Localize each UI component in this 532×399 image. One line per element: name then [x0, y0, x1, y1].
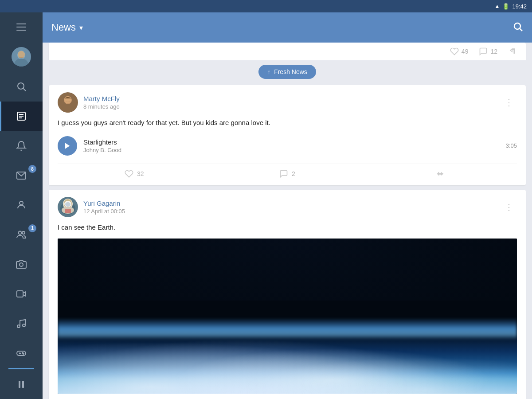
search-button[interactable] — [512, 21, 523, 34]
sidebar-item-camera[interactable] — [0, 250, 43, 279]
sidebar-item-news[interactable] — [0, 102, 43, 131]
earth-glow — [58, 318, 517, 340]
post1-actions: 32 2 — [58, 164, 517, 178]
post2-meta: Yuri Gagarin 12 April at 00:05 — [83, 200, 125, 215]
post1-more-button[interactable]: ⋮ — [501, 95, 517, 110]
partial-comment-count: 12 — [490, 48, 497, 55]
comment-icon-top — [479, 47, 488, 56]
svg-line-26 — [520, 29, 523, 31]
header-left: News ▾ — [51, 22, 83, 33]
dropdown-arrow[interactable]: ▾ — [79, 23, 83, 32]
svg-point-13 — [22, 231, 25, 234]
page-title: News — [51, 22, 76, 33]
post1-share-action[interactable] — [364, 169, 517, 178]
partial-likes[interactable]: 49 — [450, 47, 469, 56]
svg-rect-15 — [17, 291, 23, 297]
pause-icon — [16, 379, 27, 390]
post2-image — [58, 239, 517, 394]
sidebar-item-pause[interactable] — [0, 369, 43, 399]
post2-text: I can see the Earth. — [58, 223, 517, 233]
video-icon — [16, 289, 27, 299]
post-card-1: Marty McFly 8 minutes ago ⋮ I guess you … — [49, 85, 526, 185]
svg-point-12 — [19, 231, 22, 235]
sidebar: 8 1 — [0, 12, 43, 399]
messages-badge: 8 — [28, 165, 36, 173]
svg-rect-23 — [19, 381, 20, 388]
svg-point-4 — [18, 83, 24, 89]
post1-header: Marty McFly 8 minutes ago ⋮ — [58, 92, 517, 113]
music-duration: 3:05 — [506, 142, 517, 149]
partial-like-count: 49 — [462, 48, 469, 55]
svg-line-5 — [23, 89, 26, 91]
post2-avatar[interactable] — [58, 197, 78, 217]
content-area: News ▾ 49 — [43, 12, 532, 399]
partial-comments[interactable]: 12 — [479, 47, 497, 56]
sidebar-item-messages[interactable]: 8 — [0, 160, 43, 190]
sidebar-item-friends[interactable]: 1 — [0, 220, 43, 250]
partial-post-card: 49 12 — [49, 43, 526, 60]
post1-meta: Marty McFly 8 minutes ago — [83, 95, 120, 110]
battery-icon: 🔋 — [502, 3, 509, 10]
post1-comment-count: 2 — [292, 170, 295, 177]
status-icons: ▲ 🔋 19:42 — [495, 3, 527, 10]
share-icon-top — [508, 47, 517, 56]
music-info: Starlighters Johny B. Good — [83, 138, 500, 153]
svg-rect-24 — [22, 381, 24, 388]
post-card-2: Yuri Gagarin 12 April at 00:05 ⋮ I can s… — [49, 190, 526, 399]
share-icon-1 — [436, 169, 445, 178]
svg-point-16 — [17, 325, 20, 328]
fresh-news-bar: ↑ Fresh News — [43, 60, 532, 85]
sidebar-item-notifications[interactable] — [0, 131, 43, 160]
post1-author-name[interactable]: Marty McFly — [83, 95, 120, 102]
sidebar-item-profile[interactable] — [0, 190, 43, 220]
user-avatar[interactable] — [0, 42, 43, 72]
post1-like-action[interactable]: 32 — [58, 169, 211, 178]
play-icon — [63, 142, 71, 150]
gamepad-icon — [16, 348, 27, 359]
play-button[interactable] — [58, 136, 77, 156]
camera-icon — [16, 259, 27, 270]
sidebar-item-games[interactable] — [0, 338, 43, 368]
friends-icon — [16, 229, 27, 240]
music-icon — [16, 318, 27, 329]
post1-time: 8 minutes ago — [83, 103, 120, 110]
fresh-news-button[interactable]: ↑ Fresh News — [258, 65, 316, 79]
svg-point-11 — [20, 201, 23, 205]
post1-like-count: 32 — [137, 170, 144, 177]
news-icon — [16, 111, 27, 121]
person-icon — [16, 200, 27, 210]
post2-author-name[interactable]: Yuri Gagarin — [83, 200, 125, 207]
heart-icon-1 — [125, 169, 133, 178]
svg-point-40 — [65, 202, 70, 207]
status-bar: ▲ 🔋 19:42 — [0, 0, 532, 12]
sidebar-item-music[interactable] — [0, 309, 43, 338]
music-player: Starlighters Johny B. Good 3:05 — [58, 134, 517, 162]
news-feed: 49 12 ↑ Fresh News — [43, 43, 532, 399]
post1-avatar[interactable] — [58, 92, 78, 113]
comment-icon-1 — [279, 169, 288, 178]
music-artist: Johny B. Good — [83, 147, 500, 153]
earth-image — [58, 239, 517, 394]
svg-point-14 — [20, 263, 23, 266]
post1-comment-action[interactable]: 2 — [211, 169, 364, 178]
mail-icon — [16, 170, 27, 181]
partial-share[interactable] — [508, 47, 517, 56]
svg-point-25 — [514, 23, 520, 29]
sidebar-item-video[interactable] — [0, 279, 43, 309]
post1-text: I guess you guys aren't ready for that y… — [58, 118, 517, 128]
menu-button[interactable] — [0, 12, 43, 42]
app-header: News ▾ — [43, 12, 532, 43]
avatar-image — [12, 47, 31, 66]
status-time: 19:42 — [512, 3, 527, 10]
music-title: Starlighters — [83, 138, 500, 146]
hamburger-icon — [16, 23, 26, 31]
svg-rect-18 — [17, 351, 26, 356]
sidebar-item-search[interactable] — [0, 72, 43, 102]
post2-header: Yuri Gagarin 12 April at 00:05 ⋮ — [58, 197, 517, 217]
post2-more-button[interactable]: ⋮ — [501, 200, 517, 214]
heart-icon — [450, 47, 459, 56]
svg-point-17 — [23, 324, 25, 327]
svg-rect-42 — [65, 209, 71, 213]
svg-marker-27 — [510, 49, 515, 53]
fresh-news-label: Fresh News — [274, 68, 307, 75]
